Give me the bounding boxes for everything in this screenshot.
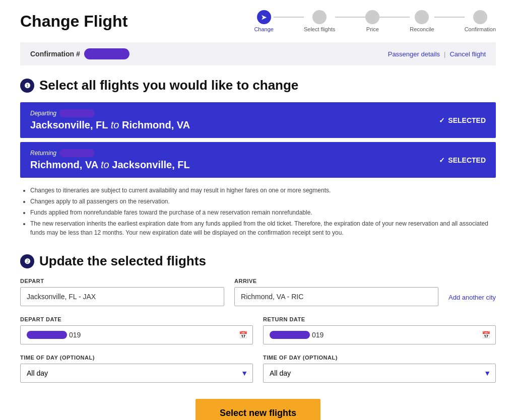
step-line-3 bbox=[379, 17, 410, 18]
depart-time-select-wrapper: All day Morning Afternoon Evening ▼ bbox=[20, 364, 253, 383]
step-reconcile: Reconcile bbox=[410, 10, 434, 32]
returning-date-redacted bbox=[59, 149, 95, 157]
confirmation-links: Passenger details | Cancel flight bbox=[388, 50, 486, 58]
depart-time-select[interactable]: All day Morning Afternoon Evening bbox=[20, 364, 253, 383]
return-date-suffix: 019 bbox=[312, 331, 324, 339]
departing-selected-badge: ✓ SELECTED bbox=[439, 116, 486, 124]
passenger-details-link[interactable]: Passenger details bbox=[388, 50, 440, 58]
step-circle-confirmation bbox=[473, 10, 487, 24]
return-calendar-icon[interactable]: 📅 bbox=[482, 331, 490, 339]
section1: ❶ Select all flights you would like to c… bbox=[20, 78, 496, 237]
departing-type: Departing bbox=[30, 109, 190, 117]
add-another-city-link[interactable]: Add another city bbox=[448, 294, 496, 306]
departing-flight-info: Departing Jacksonville, FL to Richmond, … bbox=[30, 109, 190, 131]
select-new-flights-button[interactable]: Select new flights bbox=[196, 399, 320, 420]
step-circle-reconcile bbox=[415, 10, 429, 24]
section1-heading: ❶ Select all flights you would like to c… bbox=[20, 78, 496, 93]
step-circle-change: ➤ bbox=[257, 10, 271, 24]
step-label-confirmation: Confirmation bbox=[465, 26, 496, 32]
return-time-select[interactable]: All day Morning Afternoon Evening bbox=[263, 364, 496, 383]
disclaimer-3: Funds applied from nonrefundable fares t… bbox=[30, 208, 496, 217]
disclaimer-2: Changes apply to all passengers on the r… bbox=[30, 197, 496, 206]
returning-route: Richmond, VA to Jacksonville, FL bbox=[30, 159, 190, 171]
returning-flight-info: Returning Richmond, VA to Jacksonville, … bbox=[30, 149, 190, 171]
dates-row: DEPART DATE 019 📅 RETURN DATE 019 📅 bbox=[20, 316, 496, 344]
disclaimer-1: Changes to itineraries are subject to cu… bbox=[30, 186, 496, 195]
disclaimer-list: Changes to itineraries are subject to cu… bbox=[20, 186, 496, 237]
depart-arrive-row: DEPART ARRIVE Add another city bbox=[20, 278, 496, 306]
depart-date-group: DEPART DATE 019 📅 bbox=[20, 316, 253, 344]
step-label-reconcile: Reconcile bbox=[410, 26, 434, 32]
depart-time-label: TIME OF DAY (Optional) bbox=[20, 355, 253, 361]
depart-calendar-icon[interactable]: 📅 bbox=[239, 331, 247, 339]
return-time-select-wrapper: All day Morning Afternoon Evening ▼ bbox=[263, 364, 496, 383]
return-date-group: RETURN DATE 019 📅 bbox=[263, 316, 496, 344]
page-title: Change Flight bbox=[20, 12, 127, 31]
time-row: TIME OF DAY (Optional) All day Morning A… bbox=[20, 355, 496, 383]
return-date-display[interactable]: 019 📅 bbox=[263, 325, 496, 344]
returning-flight-card[interactable]: Returning Richmond, VA to Jacksonville, … bbox=[20, 142, 496, 178]
submit-section: Select new flights bbox=[20, 399, 496, 420]
depart-date-display[interactable]: 019 📅 bbox=[20, 325, 253, 344]
step-select-flights: Select flights bbox=[304, 10, 335, 32]
step-change: ➤ Change bbox=[254, 10, 274, 32]
return-date-label: RETURN DATE bbox=[263, 316, 496, 322]
return-time-label: TIME OF DAY (Optional) bbox=[263, 355, 496, 361]
step-line-1 bbox=[274, 17, 304, 18]
confirmation-text: Confirmation # bbox=[30, 50, 80, 58]
cancel-flight-link[interactable]: Cancel flight bbox=[449, 50, 486, 58]
return-time-group: TIME OF DAY (Optional) All day Morning A… bbox=[263, 355, 496, 383]
depart-group: DEPART bbox=[20, 278, 224, 306]
step-confirmation: Confirmation bbox=[465, 10, 496, 32]
flight-cards: Departing Jacksonville, FL to Richmond, … bbox=[20, 102, 496, 178]
step-line-2 bbox=[335, 17, 365, 18]
depart-input[interactable] bbox=[20, 287, 224, 306]
section2-badge: ❷ bbox=[20, 254, 34, 268]
step-circle-price bbox=[365, 10, 379, 24]
confirmation-label: Confirmation # bbox=[30, 48, 130, 59]
step-label-select: Select flights bbox=[304, 26, 335, 32]
step-price: Price bbox=[365, 10, 379, 32]
arrive-group: ARRIVE bbox=[234, 278, 438, 306]
depart-date-label: DEPART DATE bbox=[20, 316, 253, 322]
section2: ❷ Update the selected flights DEPART ARR… bbox=[20, 253, 496, 383]
departing-flight-card[interactable]: Departing Jacksonville, FL to Richmond, … bbox=[20, 102, 496, 138]
departing-date-redacted bbox=[59, 109, 95, 117]
confirmation-number-redacted bbox=[84, 48, 130, 59]
disclaimer-4: The new reservation inherits the earlies… bbox=[30, 219, 496, 237]
depart-time-group: TIME OF DAY (Optional) All day Morning A… bbox=[20, 355, 253, 383]
page-header: Change Flight ➤ Change Select flights Pr… bbox=[20, 10, 496, 32]
depart-date-redacted bbox=[27, 331, 67, 339]
returning-selected-badge: ✓ SELECTED bbox=[439, 156, 486, 164]
step-circle-select bbox=[312, 10, 327, 24]
steps-nav: ➤ Change Select flights Price Reconcile bbox=[254, 10, 496, 32]
section1-title: Select all flights you would like to cha… bbox=[39, 78, 298, 93]
section1-badge: ❶ bbox=[20, 79, 34, 93]
departing-route: Jacksonville, FL to Richmond, VA bbox=[30, 119, 190, 131]
step-line-4 bbox=[434, 17, 465, 18]
step-label-change: Change bbox=[254, 26, 274, 32]
depart-label: DEPART bbox=[20, 278, 224, 284]
arrive-label: ARRIVE bbox=[234, 278, 438, 284]
arrive-input[interactable] bbox=[234, 287, 438, 306]
section2-heading: ❷ Update the selected flights bbox=[20, 253, 496, 269]
returning-type: Returning bbox=[30, 149, 190, 157]
return-date-redacted bbox=[270, 331, 310, 339]
section2-title: Update the selected flights bbox=[39, 253, 206, 269]
step-label-price: Price bbox=[366, 26, 379, 32]
depart-date-suffix: 019 bbox=[69, 331, 81, 339]
confirmation-bar: Confirmation # Passenger details | Cance… bbox=[20, 42, 496, 65]
